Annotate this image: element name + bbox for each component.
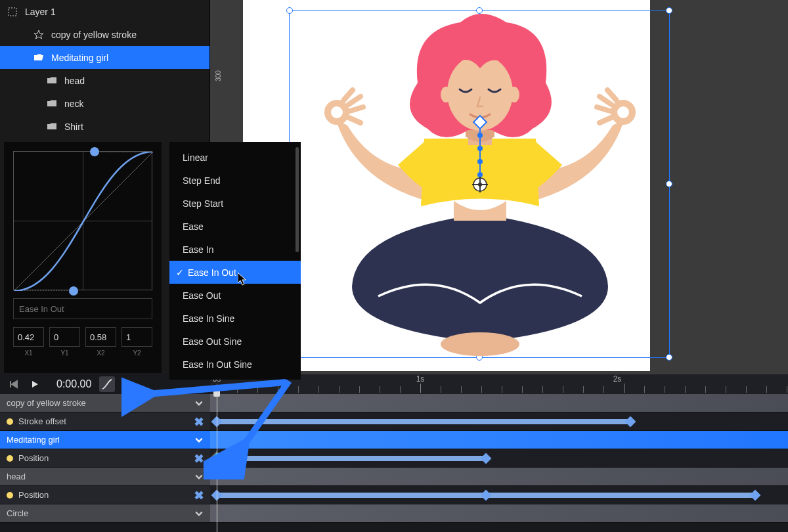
track-lane[interactable] — [210, 486, 788, 504]
easing-option-selected[interactable]: ✓Ease In Out — [169, 261, 301, 284]
layer-label: Layer 1 — [25, 7, 56, 17]
layer-label: Shirt — [64, 122, 83, 132]
bezier-handle-p1[interactable] — [69, 286, 78, 296]
easing-option[interactable]: Linear — [169, 146, 301, 169]
bezier-handle-p2[interactable] — [90, 147, 99, 156]
track-group-selected[interactable]: Meditating girl — [0, 431, 788, 449]
folder-open-icon — [33, 52, 45, 64]
layer-label: neck — [64, 99, 84, 109]
chevron-down-icon[interactable] — [194, 472, 204, 481]
layer-item-selected[interactable]: Meditating girl — [0, 46, 209, 69]
track-lane[interactable] — [210, 412, 788, 431]
bezier-x1-input[interactable] — [13, 327, 44, 347]
layer-item[interactable]: neck — [0, 92, 209, 115]
track-label: Position — [18, 453, 49, 463]
track-label: Meditating girl — [7, 435, 60, 445]
easing-dropdown-menu: Linear Step End Step Start Ease Ease In … — [169, 142, 301, 380]
track-group[interactable]: Circle — [0, 504, 788, 523]
star-icon — [33, 29, 45, 41]
track-lane[interactable] — [210, 504, 788, 523]
property-indicator-icon — [7, 455, 13, 462]
bezier-label: Y1 — [49, 349, 80, 357]
time-label: 2s — [613, 374, 622, 384]
play-button[interactable] — [28, 377, 42, 391]
chevron-down-icon[interactable] — [194, 435, 204, 445]
track-lane[interactable] — [210, 431, 788, 449]
layer-label: copy of yellow stroke — [51, 30, 137, 40]
track-label: head — [7, 472, 26, 481]
layer-label: Meditating girl — [51, 53, 108, 63]
canvas-artboard[interactable] — [243, 0, 650, 371]
track-lane[interactable] — [210, 394, 788, 412]
easing-option[interactable]: Ease In Sine — [169, 307, 301, 330]
bezier-x2-input[interactable] — [85, 327, 116, 347]
selection-bounds[interactable] — [289, 10, 670, 358]
track-group[interactable]: copy of yellow stroke — [0, 394, 788, 412]
folder-icon — [46, 98, 58, 110]
bezier-curve-editor[interactable] — [13, 151, 152, 290]
current-time-display[interactable]: 0:00.00 — [56, 378, 91, 390]
layer-item[interactable]: Shirt — [0, 115, 209, 138]
bezier-values: X1 Y1 X2 Y2 — [13, 327, 152, 357]
bezier-label: Y2 — [121, 349, 152, 357]
add-keyframe-button[interactable] — [194, 491, 204, 500]
easing-curve-button[interactable] — [99, 376, 115, 392]
tween-bar[interactable] — [217, 456, 486, 461]
add-keyframe-button[interactable] — [194, 417, 204, 426]
keyframe[interactable] — [481, 453, 492, 464]
easing-option[interactable]: Step Start — [169, 192, 301, 215]
track-label: Stroke offset — [18, 416, 66, 426]
timeline-panel: 0:00.00 0s 1s 2s copy of yellow stroke S… — [0, 374, 788, 532]
easing-option[interactable]: Ease In — [169, 238, 301, 261]
playhead[interactable] — [217, 394, 217, 532]
property-indicator-icon — [7, 418, 13, 425]
track-label: copy of yellow stroke — [7, 398, 86, 408]
folder-icon — [46, 75, 58, 87]
keyframe[interactable] — [481, 490, 492, 501]
easing-option[interactable]: Step End — [169, 169, 301, 192]
checkmark-icon: ✓ — [176, 267, 184, 278]
keyframe[interactable] — [625, 416, 636, 428]
bezier-label: X2 — [85, 349, 116, 357]
easing-option[interactable]: Ease Out Sine — [169, 330, 301, 353]
folder-icon — [46, 121, 58, 133]
svg-point-9 — [477, 133, 483, 138]
cursor-icon — [238, 273, 248, 286]
svg-point-2 — [328, 103, 346, 122]
layer-item[interactable]: head — [0, 69, 209, 92]
timeline-tracks: copy of yellow stroke Stroke offset Medi… — [0, 394, 788, 532]
ruler-tick: 300 — [215, 70, 222, 81]
layer-item[interactable]: copy of yellow stroke — [0, 23, 209, 46]
add-keyframe-button[interactable] — [194, 454, 204, 463]
track-group[interactable]: head — [0, 468, 788, 486]
layer-label: head — [64, 76, 85, 86]
track-property[interactable]: Position — [0, 486, 788, 504]
track-property[interactable]: Position — [0, 449, 788, 468]
tween-bar[interactable] — [217, 419, 630, 424]
playhead-handle[interactable] — [213, 388, 220, 397]
track-property[interactable]: Stroke offset — [0, 412, 788, 431]
easing-panel: X1 Y1 X2 Y2 — [4, 142, 162, 373]
meditating-girl-illustration — [290, 11, 670, 359]
bezier-y1-input[interactable] — [49, 327, 80, 347]
easing-name-input[interactable] — [13, 298, 152, 319]
layer-root[interactable]: Layer 1 — [0, 0, 209, 23]
track-lane[interactable] — [210, 468, 788, 486]
property-indicator-icon — [7, 492, 13, 499]
svg-point-12 — [477, 172, 483, 177]
svg-point-17 — [478, 183, 482, 187]
skip-to-start-button[interactable] — [7, 377, 21, 391]
track-lane[interactable] — [210, 449, 788, 468]
easing-option[interactable]: Ease Out — [169, 284, 301, 307]
chevron-down-icon[interactable] — [194, 399, 204, 408]
group-icon — [7, 6, 18, 18]
svg-rect-0 — [9, 8, 16, 16]
svg-point-11 — [477, 159, 483, 164]
chevron-down-icon[interactable] — [194, 509, 204, 518]
time-label: 1s — [416, 374, 425, 384]
bezier-y2-input[interactable] — [121, 327, 152, 347]
easing-option[interactable]: Ease In Out Sine — [169, 353, 301, 376]
easing-option[interactable]: Ease — [169, 215, 301, 238]
keyframe[interactable] — [750, 490, 761, 501]
svg-point-7 — [509, 87, 519, 102]
